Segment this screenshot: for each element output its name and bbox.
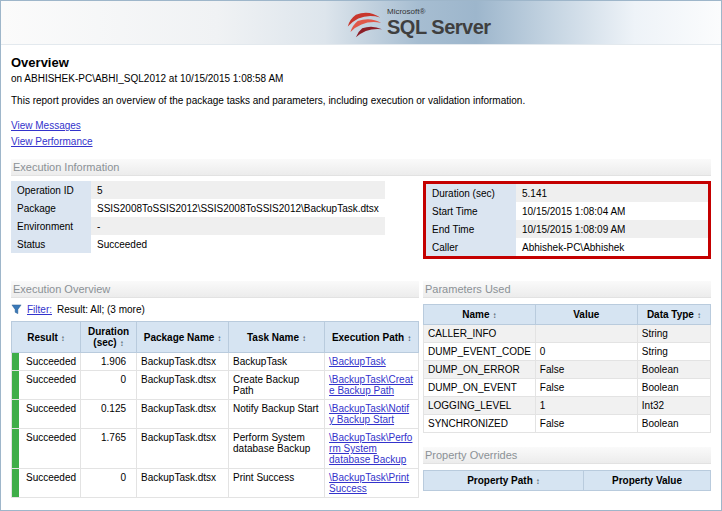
sort-icon[interactable]: [533, 475, 540, 486]
success-indicator-bar: [12, 429, 19, 468]
info-value: Succeeded: [91, 235, 385, 253]
table-row: Succeeded 0 BackupTask.dtsx Print Succes…: [12, 469, 419, 498]
param-type-cell: Boolean: [637, 415, 710, 433]
path-cell: \BackupTask\Perform System database Back…: [325, 429, 419, 469]
success-indicator-bar: [12, 469, 19, 497]
package-cell: BackupTask.dtsx: [137, 371, 229, 400]
duration-cell: 1.906: [81, 353, 137, 371]
report-subtitle: on ABHISHEK-PC\ABHI_SQL2012 at 10/15/201…: [11, 73, 711, 84]
filter-link[interactable]: Filter:: [27, 304, 52, 315]
parameters-column: Parameters Used Name Value Data Type CAL…: [423, 269, 711, 491]
table-row: Succeeded 1.765 BackupTask.dtsx Perform …: [12, 429, 419, 469]
info-label: Duration (sec): [426, 184, 516, 202]
column-header-execution-path[interactable]: Execution Path: [325, 322, 419, 353]
table-row: Duration (sec) 5.141: [426, 184, 708, 202]
sort-icon[interactable]: [58, 332, 65, 343]
column-header-property-path[interactable]: Property Path: [424, 471, 584, 491]
column-header-property-value[interactable]: Property Value: [584, 471, 711, 491]
table-row: Succeeded 1.906 BackupTask.dtsx BackupTa…: [12, 353, 419, 371]
table-row: Operation ID 5: [11, 181, 385, 199]
param-value-cell: 0: [535, 343, 637, 361]
param-value-cell: False: [535, 361, 637, 379]
path-cell: \BackupTask\Print Success: [325, 469, 419, 498]
sort-icon[interactable]: [117, 337, 124, 348]
info-value: 10/15/2015 1:08:04 AM: [516, 202, 708, 220]
section-header-parameters-used: Parameters Used: [423, 281, 711, 298]
sort-icon[interactable]: [299, 332, 306, 343]
column-header-name[interactable]: Name: [424, 305, 536, 325]
sort-icon[interactable]: [694, 309, 701, 320]
execution-info-table: Operation ID 5 Package SSIS2008ToSSIS201…: [11, 181, 385, 253]
section-title: Property Overrides: [425, 449, 517, 461]
section-title: Execution Overview: [13, 283, 110, 295]
param-name-cell: DUMP_ON_ERROR: [424, 361, 536, 379]
table-row: DUMP_ON_ERROR False Boolean: [424, 361, 711, 379]
table-row: Package SSIS2008ToSSIS2012\SSIS2008ToSSI…: [11, 199, 385, 217]
info-value: 5: [91, 181, 385, 199]
table-row: End Time 10/15/2015 1:08:09 AM: [426, 220, 708, 238]
report-description: This report provides an overview of the …: [11, 95, 711, 106]
column-header-result[interactable]: Result: [12, 322, 81, 353]
sort-icon[interactable]: [404, 332, 411, 343]
sort-icon[interactable]: [214, 332, 221, 343]
annotation-highlight-box: Duration (sec) 5.141 Start Time 10/15/20…: [423, 181, 711, 259]
result-cell: Succeeded: [12, 469, 81, 498]
param-name-cell: LOGGING_LEVEL: [424, 397, 536, 415]
column-header-data-type[interactable]: Data Type: [637, 305, 710, 325]
info-label: Start Time: [426, 202, 516, 220]
info-value: Abhishek-PC\Abhishek: [516, 238, 708, 256]
table-row: Status Succeeded: [11, 235, 385, 253]
execution-details-table: Duration (sec) 5.141 Start Time 10/15/20…: [426, 184, 708, 256]
table-row: Succeeded 0 BackupTask.dtsx Create Backu…: [12, 371, 419, 400]
info-value: -: [91, 217, 385, 235]
filter-funnel-icon: [11, 304, 22, 315]
package-cell: BackupTask.dtsx: [137, 400, 229, 429]
sort-icon[interactable]: [490, 309, 497, 320]
table-row: Environment -: [11, 217, 385, 235]
info-label: Status: [11, 235, 91, 253]
column-header-value[interactable]: Value: [535, 305, 637, 325]
path-cell: \BackupTask: [325, 353, 419, 371]
package-cell: BackupTask.dtsx: [137, 353, 229, 371]
filter-row: Filter: Result: All; (3 more): [11, 304, 419, 315]
view-messages-link[interactable]: View Messages: [11, 120, 81, 131]
param-name-cell: DUMP_ON_EVENT: [424, 379, 536, 397]
info-label: Operation ID: [11, 181, 91, 199]
view-performance-link[interactable]: View Performance: [11, 136, 93, 147]
duration-cell: 0: [81, 469, 137, 498]
param-value-cell: [535, 325, 637, 343]
duration-cell: 1.765: [81, 429, 137, 469]
execution-path-link[interactable]: \BackupTask\Perform System database Back…: [329, 432, 412, 465]
task-cell: Print Success: [229, 469, 325, 498]
column-header-package-name[interactable]: Package Name: [137, 322, 229, 353]
table-header-row: Name Value Data Type: [424, 305, 711, 325]
table-row: Succeeded 0.125 BackupTask.dtsx Notify B…: [12, 400, 419, 429]
execution-information-area: Operation ID 5 Package SSIS2008ToSSIS201…: [11, 181, 711, 259]
execution-overview-table: Result Duration (sec) Package Name Task …: [11, 321, 419, 498]
task-cell: Notify Backup Start: [229, 400, 325, 429]
result-cell: Succeeded: [12, 429, 81, 469]
param-type-cell: String: [637, 343, 710, 361]
report-page: Microsoft® SQL Server Overview on ABHISH…: [0, 0, 722, 511]
banner: Microsoft® SQL Server: [1, 1, 721, 45]
execution-path-link[interactable]: \BackupTask\Notify Backup Start: [329, 403, 409, 425]
param-name-cell: DUMP_EVENT_CODE: [424, 343, 536, 361]
task-cell: Create Backup Path: [229, 371, 325, 400]
report-content: Overview on ABHISHEK-PC\ABHI_SQL2012 at …: [1, 45, 721, 511]
parameters-used-table: Name Value Data Type CALLER_INFO String …: [423, 304, 711, 433]
execution-path-link[interactable]: \BackupTask\Create Backup Path: [329, 374, 413, 396]
package-cell: BackupTask.dtsx: [137, 429, 229, 469]
column-header-duration[interactable]: Duration (sec): [81, 322, 137, 353]
path-cell: \BackupTask\Create Backup Path: [325, 371, 419, 400]
section-header-property-overrides: Property Overrides: [423, 447, 711, 464]
table-row: DUMP_EVENT_CODE 0 String: [424, 343, 711, 361]
table-row: SYNCHRONIZED False Boolean: [424, 415, 711, 433]
execution-path-link[interactable]: \BackupTask\Print Success: [329, 472, 409, 494]
info-label: Package: [11, 199, 91, 217]
param-type-cell: String: [637, 325, 710, 343]
column-header-task-name[interactable]: Task Name: [229, 322, 325, 353]
execution-path-link[interactable]: \BackupTask: [329, 356, 386, 367]
execution-overview-column: Execution Overview Filter: Result: All; …: [11, 269, 419, 498]
package-cell: BackupTask.dtsx: [137, 469, 229, 498]
info-value: SSIS2008ToSSIS2012\SSIS2008ToSSIS2012\Ba…: [91, 199, 385, 217]
